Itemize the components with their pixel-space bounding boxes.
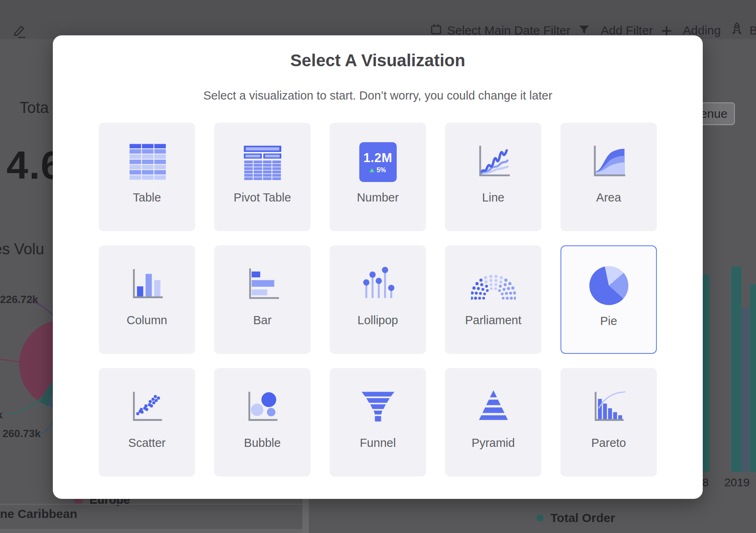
viz-tile-table[interactable]: Table [99, 123, 195, 231]
viz-tile-label: Column [99, 314, 195, 327]
viz-tile-label: Bar [214, 314, 311, 327]
up-arrow-icon [369, 168, 374, 172]
kpi-title-fragment: Tota [20, 99, 49, 117]
viz-tile-pareto[interactable]: Pareto [560, 368, 657, 477]
panel-divider [302, 499, 309, 533]
section-title-fragment: es Volu [0, 240, 44, 258]
viz-tile-bar[interactable]: Bar [214, 245, 311, 354]
viz-tile-label: Scatter [99, 436, 195, 450]
number-icon: 1.2M 5% [330, 140, 426, 184]
viz-tile-lollipop[interactable]: Lollipop [330, 245, 426, 354]
funnel-chart-icon [330, 385, 426, 430]
panel-border [0, 504, 302, 505]
area-chart-icon [560, 140, 657, 184]
pie-slice-label-bottom: 260.73k [2, 427, 41, 440]
pyramid-chart-icon [445, 385, 541, 430]
legend-label: Total Order [550, 511, 615, 525]
viz-tile-pivot-table[interactable]: Pivot Table [214, 123, 311, 231]
parliament-chart-icon [445, 262, 541, 307]
pie-chart-icon [561, 263, 656, 308]
viz-tile-scatter[interactable]: Scatter [99, 368, 195, 477]
viz-tile-number[interactable]: 1.2M 5% Number [330, 123, 426, 231]
modal-title: Select A Visualization [53, 51, 703, 70]
number-icon-delta: 5% [376, 167, 386, 174]
viz-tile-area[interactable]: Area [560, 123, 657, 231]
legend-item-caribbean[interactable]: ne Caribbean [0, 507, 77, 521]
viz-tile-label: Pivot Table [214, 191, 311, 204]
pivot-table-icon [214, 140, 311, 184]
viz-tile-pie[interactable]: Pie [560, 245, 657, 354]
viz-tile-label: Line [445, 191, 541, 204]
pie-slice-label-mid: k [0, 409, 2, 421]
viz-tile-label: Pareto [560, 436, 657, 450]
viz-tile-label: Bubble [214, 436, 311, 450]
pie-slice-label-top: 226.72k [0, 293, 38, 306]
filter-icon [579, 25, 589, 35]
lollipop-chart-icon [330, 262, 426, 307]
scatter-chart-icon [99, 385, 195, 430]
viz-tile-bubble[interactable]: Bubble [214, 368, 311, 477]
select-visualization-modal: Select A Visualization Select a visualiz… [53, 35, 703, 499]
viz-tile-label: Area [560, 191, 657, 204]
viz-tile-label: Funnel [330, 436, 426, 450]
calendar-icon [431, 24, 441, 35]
viz-tile-label: Parliament [445, 314, 541, 327]
x-axis-label-2019: 2019 [724, 476, 749, 489]
column-chart-icon [99, 262, 195, 307]
bar-chart-icon [214, 262, 311, 307]
viz-tile-funnel[interactable]: Funnel [330, 368, 426, 477]
visualization-grid: Table Pivot Table 1.2M [99, 123, 657, 477]
viz-tile-column[interactable]: Column [99, 245, 195, 354]
viz-tile-line[interactable]: Line [445, 123, 541, 231]
bubble-chart-icon [214, 385, 311, 430]
x-axis-label-2018-fragment: 8 [702, 476, 709, 489]
table-icon [99, 140, 195, 184]
legend-dot [537, 514, 544, 522]
number-icon-value: 1.2M [363, 151, 392, 165]
viz-tile-label: Number [330, 191, 426, 204]
teal-bar [750, 284, 756, 472]
viz-tile-label: Lollipop [330, 314, 426, 327]
pareto-chart-icon [560, 385, 657, 430]
line-chart-icon [445, 140, 541, 184]
viz-tile-parliament[interactable]: Parliament [445, 245, 541, 354]
viz-tile-label: Pie [561, 314, 656, 328]
rocket-icon [731, 22, 743, 36]
viz-tile-label: Pyramid [445, 436, 541, 450]
edit-pencil-icon[interactable] [12, 23, 27, 39]
panel-border [0, 529, 302, 533]
legend-item-total-order[interactable]: Total Order [537, 511, 615, 525]
modal-subtitle: Select a visualization to start. Don’t w… [53, 89, 703, 102]
plus-icon [662, 26, 671, 36]
toolbar-clipped-item[interactable]: B [749, 24, 756, 37]
viz-tile-label: Table [99, 191, 195, 204]
steel-bar [742, 307, 749, 472]
legend-label: ne Caribbean [0, 507, 77, 521]
teal-bar [731, 266, 741, 472]
viz-tile-pyramid[interactable]: Pyramid [445, 368, 541, 477]
